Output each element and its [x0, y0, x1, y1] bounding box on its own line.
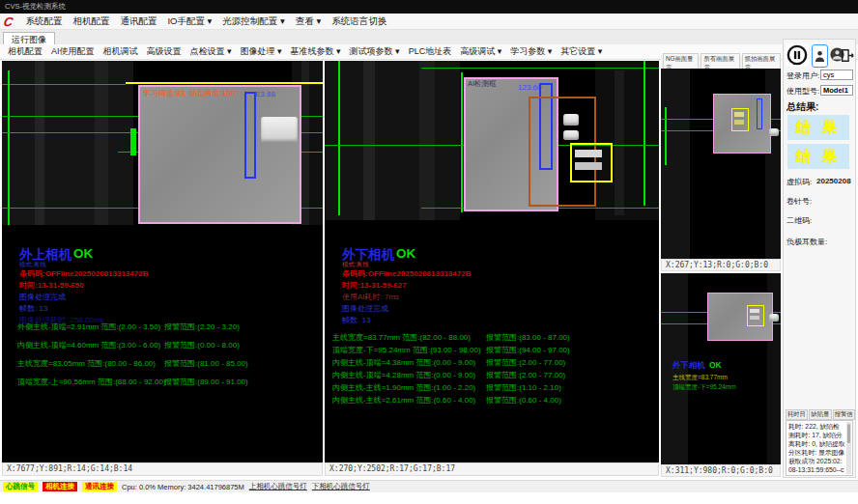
result-camera-name: 外下相机: [672, 360, 705, 372]
logout-button[interactable]: [840, 44, 855, 66]
pause-icon: [786, 44, 808, 66]
heartbeat-status-badge: 心跳信号: [3, 482, 38, 491]
logout-door-icon: [841, 47, 855, 64]
thumbnail-view-lower[interactable]: 外下相机 OK 主线宽度=83.77mm 顶端宽度-下=95.24mm: [661, 273, 781, 464]
measurement-text: 主线宽度=83.77mm 范围:(82.00 - 88.00): [332, 332, 471, 343]
measurement-text: 主线宽度=83.05mm 范围:(80.00 - 86.00): [17, 358, 156, 369]
measurement-text: 内侧主线-主线=2.61mm 范围:(0.60 - 4.00): [332, 395, 475, 406]
measurement-text: 内侧主线-顶端=4.28mm 范围:(0.00 - 9.00): [332, 370, 475, 380]
toolbar-item-plc-address[interactable]: PLC地址表: [409, 45, 452, 58]
measurement-alarm: 报警范围:(2.20 - 3.20): [164, 322, 240, 332]
measurement-text: 内侧主线-主线=1.90mm 范围:(1.00 - 2.20): [332, 382, 475, 393]
comm-connect-status-badge: 通讯连接: [82, 482, 117, 491]
login-user-label: 登录用户:: [786, 70, 819, 81]
tab-alarm-info[interactable]: 报警信息: [833, 409, 855, 420]
result-time: 时间:13-31-59-650: [19, 280, 84, 291]
lower-camera-heartbeat-link[interactable]: 下相机心跳信号灯: [312, 482, 370, 491]
menu-item-language-switch[interactable]: 系统语言切换: [331, 15, 386, 28]
measurement-alarm: 报警范围:(2.00 - 77.00): [486, 370, 565, 380]
tab-defect-display[interactable]: 缺陷显示: [809, 409, 831, 420]
log-tab-strip: 耗时日志 缺陷显示 报警信息: [786, 409, 855, 420]
toolbar-item-camera-debug[interactable]: 相机调试: [103, 45, 138, 58]
lug-reflection: [734, 112, 744, 117]
user-mode-button[interactable]: [812, 44, 828, 68]
log-scrollbar[interactable]: [846, 422, 851, 474]
overlay-blue-box: [757, 98, 762, 129]
lug-reflection: [734, 120, 744, 125]
lug-reflection: [750, 316, 759, 320]
log-text-area[interactable]: 耗时: 222, 缺陷检测耗时: 17, 缺陷分离耗时: 0, 缺陷提取分区耗时…: [786, 420, 853, 476]
product-region: 学习阈值:93, 动态阈值:100: [138, 85, 301, 224]
menu-item-light-config[interactable]: 光源控制配置 ▾: [222, 15, 284, 28]
menu-item-view[interactable]: 查看 ▾: [296, 15, 321, 28]
toolbar-item-test-params[interactable]: 测试项参数 ▾: [350, 45, 400, 58]
toolbar-item-advanced-debug[interactable]: 高级调试 ▾: [460, 45, 501, 58]
overlay-green-line: [421, 68, 659, 69]
thumbnail-view-upper[interactable]: [661, 69, 781, 259]
toolbar-item-ai-config[interactable]: AI使用配置: [51, 45, 95, 58]
menu-item-system-config[interactable]: 系统配置: [25, 15, 62, 28]
model-field[interactable]: [820, 85, 853, 96]
measurement-alarm: 报警范围:(0.60 - 4.00): [486, 395, 561, 406]
overlay-yellow-box: [747, 305, 764, 326]
overlay-green-line: [8, 70, 10, 225]
menu-item-io-config[interactable]: IO手配置 ▾: [167, 15, 212, 28]
machinery-shade: [325, 61, 460, 220]
negative-tab-count-label: 负极耳数量:: [786, 237, 827, 247]
cpu-memory-readout: Cpu: 0.0% Memory: 3424.41796875M: [122, 483, 244, 491]
measurement-alarm: 报警范围:(0.00 - 8.00): [164, 340, 240, 350]
camera-view-upper[interactable]: 学习阈值:93, 动态阈值:100 E3.88 外上相机 OK 模式:离线 条码…: [2, 61, 323, 462]
thumb-measure-line: 顶端宽度-下=95.24mm: [672, 383, 736, 392]
upper-camera-heartbeat-link[interactable]: 上相机心跳信号灯: [249, 482, 307, 491]
overlay-green-marker: [130, 128, 136, 155]
menu-item-comm-config[interactable]: 通讯配置: [120, 15, 157, 28]
result-status: OK: [396, 246, 415, 261]
app-window: CVS-视觉检测系统 C 系统配置 相机配置 通讯配置 IO手配置 ▾ 光源控制…: [0, 0, 858, 504]
overlay-blue-box: [244, 92, 256, 179]
overlay-green-line: [665, 107, 667, 165]
menu-bar: C 系统配置 相机配置 通讯配置 IO手配置 ▾ 光源控制配置 ▾ 查看 ▾ 系…: [0, 14, 858, 30]
tab-elapsed-log[interactable]: 耗时日志: [786, 409, 808, 420]
virtual-code-label: 虚拟码:: [786, 177, 812, 187]
result-badge-upper: 结 果: [787, 115, 849, 140]
camera-view-lower[interactable]: AI检测框 123.60 外下相机 OK 模式:离线 条码码:OFFline20…: [325, 61, 659, 462]
pause-button[interactable]: [786, 43, 809, 67]
tab-lug-graphic: [563, 130, 579, 140]
result-frame-count: 帧数: 13: [19, 303, 47, 314]
result-time: 时间:13-31-59-627: [342, 280, 407, 291]
reel-pin-label: 卷针号:: [786, 196, 812, 207]
overlay-blue-value: 123.60: [518, 83, 541, 92]
pixel-coords-right-top: X:267;Y:13;R:0;G:0;B:0: [661, 259, 781, 271]
product-region: [713, 94, 771, 154]
overlay-green-line: [338, 61, 340, 215]
measurement-text: 顶端宽度-下=95.24mm 范围:(93.00 - 98.00): [332, 345, 481, 355]
virtual-code-value: 20250208: [816, 177, 851, 185]
measurement-text: 内侧主线-顶端=4.60mm 范围:(3.00 - 6.00): [17, 340, 160, 350]
toolbar-item-learning-params[interactable]: 学习参数 ▾: [510, 45, 552, 58]
lug-reflection: [575, 150, 602, 157]
toolbar-item-image-processing[interactable]: 图像处理 ▾: [241, 45, 282, 58]
machinery-shade: [615, 70, 624, 215]
overlay-green-line: [2, 84, 126, 85]
toolbar-item-spot-check[interactable]: 点检设置 ▾: [190, 45, 232, 58]
toolbar-item-other-settings[interactable]: 其它设置 ▾: [560, 45, 602, 58]
toolbar-item-camera-config[interactable]: 相机配置: [8, 45, 43, 58]
measurement-text: 内侧主线-顶端=4.38mm 范围:(0.00 - 9.00): [332, 357, 475, 368]
pixel-coords-right-bottom: X:311;Y:980;R:0;G:0;B:0: [661, 464, 781, 477]
measurement-alarm: 报警范围:(89.00 - 91.00): [164, 377, 248, 387]
menu-item-camera-config[interactable]: 相机配置: [72, 15, 109, 28]
log-scrollbar-thumb[interactable]: [847, 424, 850, 443]
threshold-overlay-label: 学习阈值:93, 动态阈值:100: [143, 88, 235, 98]
machinery-shade: [419, 61, 435, 220]
display-mode-tab-strip: NG画面显示 所有画面展示 抓拍画面展示: [661, 56, 781, 69]
thumb-measure-line: 主线宽度=83.77mm: [672, 374, 728, 382]
app-logo-icon: C: [2, 14, 14, 29]
lug-reflection: [750, 309, 759, 313]
result-badge-lower: 结 果: [787, 144, 849, 169]
tab-lug-graphic: [563, 114, 579, 126]
machinery-shade: [301, 61, 309, 225]
toolbar-item-baseline-params[interactable]: 基准线参数 ▾: [291, 45, 341, 58]
login-user-field[interactable]: [820, 70, 853, 80]
toolbar-item-advanced-settings[interactable]: 高级设置: [147, 45, 182, 58]
overlay-yellow-box: [570, 143, 613, 182]
